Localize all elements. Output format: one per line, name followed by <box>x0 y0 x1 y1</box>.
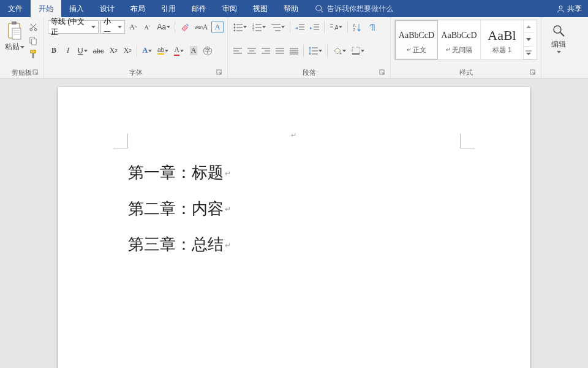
svg-marker-91 <box>526 38 531 41</box>
svg-marker-20 <box>118 26 122 28</box>
svg-text:Z: Z <box>353 28 356 31</box>
document-content[interactable]: 第一章：标题↵ 第二章：内容↵ 第三章：总结↵ <box>128 155 231 263</box>
svg-point-0 <box>316 6 322 11</box>
strike-button[interactable]: abc <box>91 45 106 57</box>
text-effects-button[interactable]: A <box>140 45 154 57</box>
doc-line[interactable]: 第三章：总结↵ <box>128 226 231 263</box>
align-left-button[interactable] <box>232 45 244 57</box>
tellme-search[interactable]: 告诉我你想要做什么 <box>315 0 393 17</box>
style-nospacing[interactable]: AaBbCcD ↵无间隔 <box>438 20 481 59</box>
sort-button[interactable]: AZ <box>351 21 364 33</box>
svg-text:3: 3 <box>252 29 254 31</box>
highlight-button[interactable]: ab <box>156 45 170 57</box>
font-size-select[interactable]: 小一 <box>100 20 126 34</box>
svg-marker-97 <box>557 51 561 53</box>
gallery-down[interactable] <box>524 33 533 46</box>
svg-rect-17 <box>32 53 34 58</box>
char-shading-button[interactable]: A <box>187 45 200 57</box>
svg-marker-25 <box>180 50 184 52</box>
document-area[interactable]: ↵ 第一章：标题↵ 第二章：内容↵ 第三章：总结↵ <box>0 79 588 368</box>
margin-mark <box>460 134 475 148</box>
doc-line[interactable]: 第二章：内容↵ <box>128 191 231 227</box>
asian-layout-button[interactable]: A <box>328 21 344 33</box>
align-justify-button[interactable] <box>274 45 286 57</box>
inc-indent-button[interactable] <box>308 21 321 33</box>
styles-launcher[interactable] <box>530 69 537 77</box>
paragraph-launcher[interactable] <box>379 69 386 77</box>
menu-file[interactable]: 文件 <box>0 0 31 17</box>
menu-mail[interactable]: 邮件 <box>184 0 214 17</box>
style-heading1[interactable]: AaBl 标题 1 <box>481 20 524 59</box>
margin-mark <box>113 134 128 148</box>
align-right-button[interactable] <box>260 45 272 57</box>
svg-marker-60 <box>357 29 361 31</box>
style-name: 标题 1 <box>492 45 511 55</box>
shading-button[interactable] <box>331 45 348 57</box>
svg-marker-90 <box>526 25 531 28</box>
grow-font-button[interactable]: A^ <box>127 21 139 33</box>
para-mark-icon: ↵ <box>225 241 231 250</box>
font-group-label: 字体 <box>129 69 143 76</box>
underline-button[interactable]: U <box>76 45 89 57</box>
person-icon <box>557 5 565 13</box>
bullets-button[interactable] <box>232 21 249 33</box>
shrink-font-button[interactable]: Aˇ <box>141 21 153 33</box>
line-spacing-button[interactable] <box>307 45 324 57</box>
svg-line-12 <box>32 23 37 28</box>
style-name: 正文 <box>413 45 426 55</box>
paste-button[interactable]: 粘贴 <box>4 20 26 60</box>
font-family-select[interactable]: 等线 (中文正 <box>48 20 99 34</box>
sort-icon: AZ <box>353 23 362 31</box>
clear-format-button[interactable] <box>178 21 191 33</box>
outdent-icon <box>295 23 304 31</box>
editing-button[interactable]: 编辑 <box>545 20 572 53</box>
menu-layout[interactable]: 布局 <box>123 0 153 17</box>
font-launcher[interactable] <box>216 69 224 77</box>
menu-review[interactable]: 审阅 <box>214 0 245 17</box>
bullets-icon <box>233 23 243 31</box>
font-color-button[interactable]: A <box>172 45 186 57</box>
style-normal[interactable]: AaBbCcD ↵正文 <box>395 20 438 59</box>
multilevel-button[interactable] <box>270 21 287 33</box>
svg-line-13 <box>31 23 36 28</box>
char-border-button[interactable]: A <box>211 21 224 33</box>
borders-button[interactable] <box>350 45 366 57</box>
page[interactable]: ↵ 第一章：标题↵ 第二章：内容↵ 第三章：总结↵ <box>58 87 530 368</box>
phonetic-guide-button[interactable]: wénA <box>193 21 209 33</box>
svg-point-29 <box>234 26 236 28</box>
dec-indent-button[interactable] <box>293 21 306 33</box>
svg-marker-88 <box>361 50 364 52</box>
show-marks-button[interactable] <box>366 21 378 33</box>
change-case-button[interactable]: Aa <box>155 21 172 33</box>
menu-view[interactable]: 视图 <box>245 0 276 17</box>
clipboard-launcher[interactable] <box>32 69 40 77</box>
align-center-button[interactable] <box>246 45 258 57</box>
svg-marker-56 <box>339 26 342 28</box>
gallery-scroller <box>524 20 533 59</box>
menu-home[interactable]: 开始 <box>31 0 61 17</box>
copy-button[interactable] <box>27 34 40 47</box>
share-button[interactable]: 共享 <box>557 0 582 17</box>
font-size-value: 小一 <box>104 17 118 37</box>
doc-line[interactable]: 第一章：标题↵ <box>128 155 231 191</box>
cut-button[interactable] <box>27 21 40 33</box>
svg-point-11 <box>34 28 37 31</box>
numbering-button[interactable]: 123 <box>251 21 268 33</box>
bold-button[interactable]: B <box>48 45 60 57</box>
superscript-button[interactable]: X2 <box>121 45 134 57</box>
format-painter-button[interactable] <box>27 48 40 60</box>
menu-design[interactable]: 设计 <box>92 0 123 17</box>
svg-marker-82 <box>309 53 311 55</box>
group-editing: 编辑 <box>541 17 575 78</box>
italic-button[interactable]: I <box>62 45 74 57</box>
svg-line-1 <box>321 10 323 13</box>
align-distribute-button[interactable] <box>288 45 300 57</box>
subscript-button[interactable]: X2 <box>107 45 119 57</box>
menu-help[interactable]: 帮助 <box>276 0 306 17</box>
menu-references[interactable]: 引用 <box>153 0 184 17</box>
enclose-char-button[interactable]: 字 <box>202 45 214 57</box>
svg-marker-81 <box>309 47 311 48</box>
menu-insert[interactable]: 插入 <box>61 0 92 17</box>
gallery-more[interactable] <box>524 47 533 59</box>
gallery-up[interactable] <box>524 20 533 33</box>
